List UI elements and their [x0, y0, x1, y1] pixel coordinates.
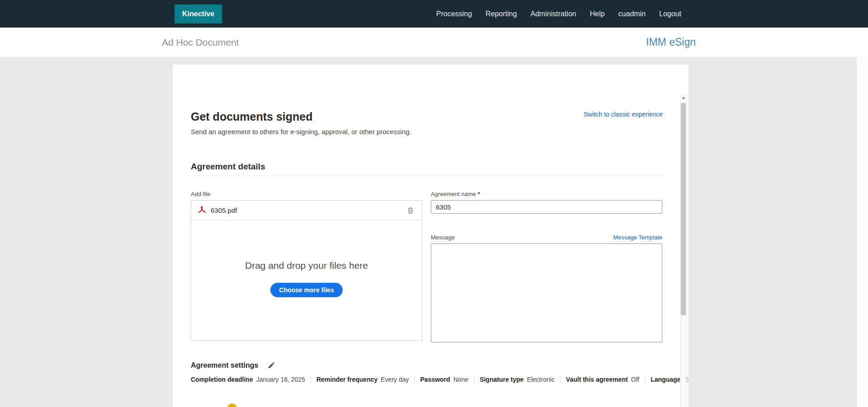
add-file-label: Add file: [191, 191, 422, 197]
drag-drop-text: Drag and drop your files here: [191, 260, 422, 271]
nav-processing[interactable]: Processing: [436, 10, 472, 18]
setting-value: Electronic: [527, 376, 554, 383]
setting-value: None: [453, 376, 468, 383]
setting-label: Signature type: [480, 376, 524, 383]
send-agreement-card: Get documents signed Switch to classic e…: [173, 65, 689, 407]
setting-separator: [415, 376, 415, 383]
content-area: Get documents signed Switch to classic e…: [0, 57, 868, 407]
details-columns: Add file 6305.pdf: [191, 191, 663, 344]
message-template-link[interactable]: Message Template: [613, 234, 662, 241]
choose-more-files-button[interactable]: Choose more files: [270, 283, 342, 297]
arrow-up-icon: [682, 97, 685, 99]
setting-separator: [560, 376, 561, 383]
card-scrollbar-thumb[interactable]: [681, 103, 686, 315]
agreement-settings-row: Agreement settings: [191, 360, 663, 370]
trash-icon: [406, 209, 415, 216]
window-scrollbar-track[interactable]: [856, 57, 868, 407]
imm-esign-brand: IMM eSign: [646, 36, 696, 48]
section-divider: [191, 176, 663, 176]
setting-value: Off: [631, 376, 639, 383]
agreement-name-label-row: Agreement name*: [431, 191, 662, 197]
agreement-details-title: Agreement details: [191, 162, 663, 172]
card-inner: Get documents signed Switch to classic e…: [173, 65, 689, 383]
setting-label: Reminder frequency: [316, 376, 377, 383]
file-dropzone[interactable]: 6305.pdf: [191, 200, 422, 341]
agreement-name-input[interactable]: [431, 200, 662, 214]
settings-summary-row: Completion deadline January 16, 2025 Rem…: [191, 376, 663, 383]
setting-separator: [474, 376, 474, 383]
setting-label: Vault this agreement: [566, 376, 628, 383]
required-asterisk: *: [478, 191, 480, 197]
setting-value: January 16, 2025: [256, 376, 305, 383]
message-label-row: Message Message Template: [431, 234, 662, 241]
setting-separator: [311, 376, 311, 383]
top-nav: Processing Reporting Administration Help…: [436, 10, 681, 18]
add-file-column: Add file 6305.pdf: [191, 191, 422, 344]
drop-inner: Drag and drop your files here Choose mor…: [191, 260, 422, 297]
setting-label: Language: [651, 376, 680, 383]
topbar-inner: Kinective Processing Reporting Administr…: [0, 0, 868, 28]
nav-administration[interactable]: Administration: [530, 10, 576, 18]
agreement-name-label-text: Agreement name: [431, 191, 476, 197]
scroll-up-arrow[interactable]: [680, 94, 686, 101]
top-navigation-bar: Kinective Processing Reporting Administr…: [0, 0, 868, 28]
setting-separator: [645, 376, 645, 383]
setting-label: Password: [420, 376, 450, 383]
nav-user-cuadmin[interactable]: cuadmin: [618, 10, 646, 18]
heading-subtitle: Send an agreement to others for e-signin…: [191, 128, 663, 136]
edit-settings-button[interactable]: [267, 360, 276, 370]
message-textarea[interactable]: [431, 243, 662, 342]
message-label: Message: [431, 234, 455, 241]
setting-value: Every day: [381, 376, 409, 383]
file-row: 6305.pdf: [191, 201, 422, 220]
pencil-icon: [268, 364, 275, 370]
delete-file-button[interactable]: [406, 206, 415, 215]
acrobat-pdf-icon: [198, 205, 206, 215]
heading-row: Get documents signed Switch to classic e…: [191, 110, 663, 123]
sub-header-bar: Ad Hoc Document IMM eSign: [0, 28, 868, 57]
agreement-fields-column: Agreement name* Message Message Template: [431, 191, 662, 344]
file-name: 6305.pdf: [211, 206, 237, 214]
setting-label: Completion deadline: [191, 376, 253, 383]
page-title: Ad Hoc Document: [162, 37, 239, 48]
kinective-logo[interactable]: Kinective: [175, 5, 222, 23]
card-scrollbar-track[interactable]: [680, 94, 687, 407]
recipient-color-dot: [227, 403, 237, 407]
agreement-settings-title: Agreement settings: [191, 361, 258, 370]
nav-help[interactable]: Help: [590, 10, 605, 18]
get-documents-signed-heading: Get documents signed: [191, 110, 312, 123]
nav-reporting[interactable]: Reporting: [486, 10, 517, 18]
nav-logout[interactable]: Logout: [659, 10, 681, 18]
switch-to-classic-link[interactable]: Switch to classic experience: [584, 111, 663, 118]
agreement-name-label: Agreement name*: [431, 191, 480, 197]
